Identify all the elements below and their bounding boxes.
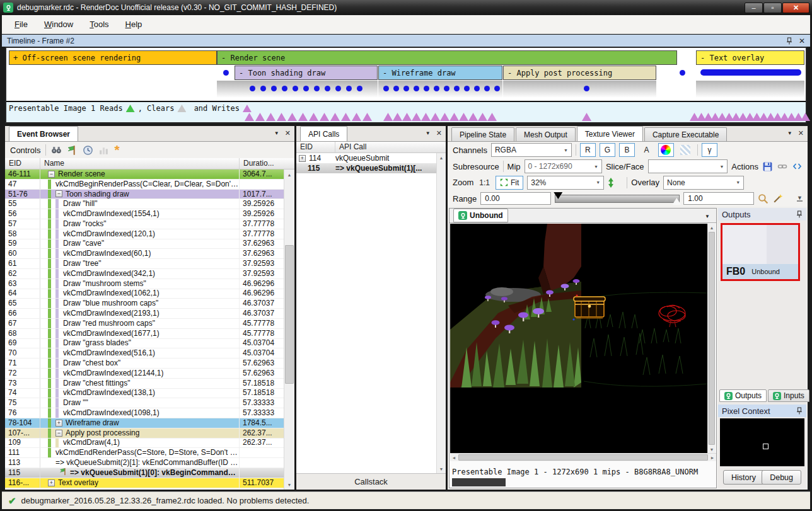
- time-draws-icon[interactable]: [83, 145, 93, 156]
- api-row[interactable]: +114vkQueueSubmit: [296, 153, 446, 163]
- menu-tools[interactable]: Tools: [83, 17, 115, 32]
- texture-viewer-menu-icon[interactable]: ▼: [787, 130, 792, 136]
- red-channel-button[interactable]: R: [580, 143, 596, 157]
- event-row[interactable]: 74vkCmdDrawIndexed(138,1)57.18518: [5, 389, 284, 399]
- event-row[interactable]: 66vkCmdDrawIndexed(2193,1)46.37037: [5, 309, 284, 319]
- save-texture-icon[interactable]: [762, 161, 773, 172]
- event-row[interactable]: 59Draw "cave"37.62963: [5, 239, 284, 250]
- event-row[interactable]: 64vkCmdDrawIndexed(1062,1)46.96296: [5, 289, 284, 299]
- timeline-close-icon[interactable]: ✕: [799, 37, 805, 45]
- event-row[interactable]: 78-104+Wireframe draw1784.5...: [5, 418, 284, 428]
- tab-capture-executable[interactable]: Capture Executable: [644, 127, 727, 141]
- timeline-draw-dot[interactable]: [293, 86, 298, 91]
- scroll-up-icon[interactable]: ▲: [708, 224, 716, 231]
- api-calls-close-icon[interactable]: ✕: [436, 129, 442, 137]
- menu-window[interactable]: Window: [38, 17, 79, 32]
- usage-triangle[interactable]: [352, 113, 361, 121]
- scroll-thumb[interactable]: [285, 245, 294, 384]
- event-row[interactable]: 109vkCmdDraw(4,1)262.37...: [5, 439, 284, 449]
- usage-triangle[interactable]: [478, 113, 487, 121]
- timeline-draw-dot[interactable]: [484, 86, 490, 91]
- texture-hscroll[interactable]: ◄ ►: [450, 453, 716, 461]
- range-min-input[interactable]: 0.00: [480, 192, 551, 205]
- timeline-draw-dot[interactable]: [260, 86, 266, 91]
- timeline-marker-bar[interactable]: - Toon shading draw: [235, 66, 378, 80]
- timeline-draw-dot[interactable]: [494, 86, 500, 91]
- usage-triangle[interactable]: [287, 113, 297, 121]
- event-row[interactable]: 111vkCmdEndRenderPass(C=Store, D=Store, …: [5, 448, 284, 458]
- collapse-icon[interactable]: −: [55, 430, 62, 437]
- event-row[interactable]: 47vkCmdBeginRenderPass(C=Clear, D=Clear,…: [5, 180, 284, 190]
- usage-triangle[interactable]: [440, 113, 450, 121]
- collapse-icon[interactable]: −: [55, 190, 62, 197]
- event-row[interactable]: 116-...+Text overlay511.7037: [5, 478, 284, 488]
- usage-triangle[interactable]: [330, 113, 340, 121]
- tab-texture-viewer[interactable]: Texture Viewer: [577, 126, 643, 141]
- timeline-marker-bar[interactable]: + Off-screen scene rendering: [9, 50, 217, 65]
- event-row[interactable]: 68vkCmdDrawIndexed(1677,1)45.77778: [5, 329, 284, 339]
- event-row[interactable]: 57Draw "rocks"37.77778: [5, 219, 284, 229]
- green-channel-button[interactable]: G: [600, 143, 615, 157]
- usage-triangle[interactable]: [487, 113, 497, 121]
- callstack-section[interactable]: Callstack: [296, 473, 446, 490]
- range-options-icon[interactable]: ▼: [797, 196, 803, 202]
- open-code-icon[interactable]: [792, 161, 803, 171]
- tab-pipeline-state[interactable]: Pipeline State: [451, 127, 514, 141]
- event-row[interactable]: 115=> vkQueueSubmit(1)[0]: vkBeginComman…: [5, 468, 284, 478]
- timeline-draw-bar[interactable]: [700, 69, 801, 76]
- checker-background-button[interactable]: [678, 143, 693, 157]
- timeline-draw-dot[interactable]: [434, 86, 439, 91]
- texture-list-dropdown-icon[interactable]: ▼: [705, 214, 710, 219]
- usage-triangle[interactable]: [393, 113, 402, 121]
- event-row[interactable]: 76vkCmdDrawIndexed(1098,1)57.33333: [5, 408, 284, 418]
- event-row[interactable]: 75Draw ""57.33333: [5, 398, 284, 408]
- timeline-draw-dot[interactable]: [584, 86, 589, 91]
- slice-face-select[interactable]: ▼: [648, 159, 728, 173]
- timeline-header[interactable]: Timeline - Frame #2 ✕: [2, 35, 810, 47]
- timeline-marker-bar[interactable]: - Wireframe draw: [378, 66, 502, 80]
- timeline-draw-dot[interactable]: [314, 86, 320, 91]
- event-row[interactable]: 71Draw "chest box"57.62963: [5, 359, 284, 369]
- usage-triangle[interactable]: [245, 113, 254, 121]
- event-row[interactable]: 113=> vkQueueSubmit(2)[1]: vkEndCommandB…: [5, 458, 284, 468]
- event-list[interactable]: 46-111−Render scene3064.7...47vkCmdBegin…: [5, 169, 284, 490]
- event-row[interactable]: 56vkCmdDrawIndexed(1554,1)39.25926: [5, 209, 284, 219]
- alpha-channel-button[interactable]: A: [639, 143, 654, 157]
- event-row[interactable]: 107-...−Apply post processing262.37...: [5, 428, 284, 439]
- scroll-down-icon[interactable]: ▼: [284, 479, 294, 490]
- timeline-draw-dot[interactable]: [346, 86, 352, 91]
- link-icon[interactable]: [777, 161, 788, 171]
- usage-triangle[interactable]: [421, 113, 431, 121]
- event-list-scrollbar[interactable]: ▲ ▼: [284, 169, 294, 490]
- autofit-range-icon[interactable]: [758, 193, 768, 204]
- event-row[interactable]: 62vkCmdDrawIndexed(342,1)37.92593: [5, 269, 284, 279]
- pixel-context-pin-icon[interactable]: [796, 407, 803, 415]
- usage-triangle[interactable]: [582, 113, 591, 121]
- color-wheel-button[interactable]: [658, 143, 674, 157]
- usage-triangle[interactable]: [801, 113, 810, 121]
- timeline-draw-dot[interactable]: [383, 86, 389, 91]
- minimize-button[interactable]: –: [745, 3, 763, 13]
- event-row[interactable]: 46-111−Render scene3064.7...: [5, 169, 284, 180]
- texture-viewer-close-icon[interactable]: ✕: [798, 129, 804, 137]
- usage-triangle[interactable]: [450, 113, 459, 121]
- api-calls-column-header[interactable]: EID API Call: [296, 142, 446, 153]
- texture-image[interactable]: [450, 224, 709, 453]
- gamma-button[interactable]: γ: [702, 143, 717, 157]
- event-browser-menu-icon[interactable]: ▼: [274, 130, 279, 136]
- outputs-pin-icon[interactable]: [796, 210, 803, 218]
- tab-outputs[interactable]: Outputs: [719, 389, 767, 402]
- event-row[interactable]: 63Draw "mushroom stems"46.96296: [5, 279, 284, 289]
- timeline-draw-dot[interactable]: [325, 86, 330, 91]
- menu-file[interactable]: File: [8, 17, 34, 32]
- event-row[interactable]: 58vkCmdDrawIndexed(120,1)37.77778: [5, 229, 284, 239]
- zoom-select[interactable]: 32%▼: [527, 176, 604, 190]
- timeline-draw-dot[interactable]: [414, 86, 419, 91]
- range-slider[interactable]: [555, 192, 680, 205]
- expand-icon[interactable]: +: [55, 420, 62, 427]
- api-list-scrollbar[interactable]: ▲ ▼: [436, 153, 446, 473]
- blue-channel-button[interactable]: B: [619, 143, 635, 157]
- event-row[interactable]: 60vkCmdDrawIndexed(60,1)37.62963: [5, 249, 284, 259]
- timeline-draw-dot[interactable]: [357, 86, 362, 91]
- flip-y-icon[interactable]: [608, 178, 614, 188]
